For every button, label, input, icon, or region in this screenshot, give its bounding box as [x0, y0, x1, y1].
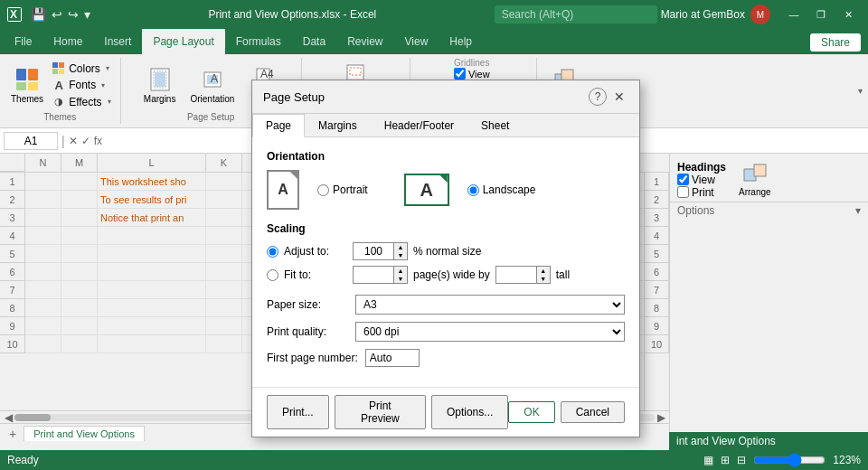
adjust-value-spin: 100 ▲ ▼: [353, 242, 408, 260]
dialog-help-button[interactable]: ?: [589, 88, 607, 106]
dialog-bottom-buttons: Print... Print Preview Options... OK Can…: [252, 387, 639, 437]
print-quality-select[interactable]: 600 dpi: [355, 322, 625, 342]
print-quality-row: Print quality: 600 dpi: [267, 322, 625, 342]
print-quality-label: Print quality:: [267, 325, 348, 338]
portrait-icon: A: [267, 170, 299, 210]
portrait-option[interactable]: A: [267, 170, 299, 210]
fit-unit1-label: page(s) wide by: [413, 268, 490, 281]
portrait-label: Portrait: [333, 183, 368, 196]
adjust-up-button[interactable]: ▲: [394, 243, 407, 251]
first-page-input[interactable]: Auto: [365, 349, 420, 367]
fit-unit2-label: tall: [556, 268, 570, 281]
app-wrapper: X 💾 ↩ ↪ ▾ Print and View Options.xlsx - …: [0, 0, 868, 470]
paper-size-label: Paper size:: [267, 298, 348, 311]
fit-wide-down[interactable]: ▼: [394, 275, 407, 283]
fit-tall-down[interactable]: ▼: [537, 275, 550, 283]
landscape-label: Landscape: [483, 183, 536, 196]
dialog-tab-header-footer[interactable]: Header/Footer: [371, 114, 467, 137]
fit-to-label: Fit to:: [284, 268, 347, 281]
fit-tall-up[interactable]: ▲: [537, 267, 550, 275]
fit-tall-input[interactable]: [495, 266, 536, 284]
fit-wide-input[interactable]: [353, 266, 393, 284]
page-setup-dialog: Page Setup ? ✕ Page Margins Header/Foote…: [251, 80, 640, 437]
dialog-tab-page[interactable]: Page: [252, 114, 305, 137]
adjust-down-button[interactable]: ▼: [394, 251, 407, 259]
scaling-title: Scaling: [267, 222, 625, 235]
landscape-radio[interactable]: [467, 184, 479, 196]
dialog-title: Page Setup: [263, 90, 589, 104]
portrait-a: A: [278, 182, 288, 198]
landscape-corner: [440, 175, 448, 183]
orientation-section-title: Orientation: [267, 150, 625, 163]
dialog-left-buttons: Print... Print Preview Options...: [267, 395, 508, 429]
landscape-icon: A: [404, 174, 449, 206]
dialog-close-button[interactable]: ✕: [610, 88, 628, 106]
landscape-option[interactable]: A: [404, 174, 449, 206]
portrait-radio[interactable]: [317, 184, 329, 196]
first-page-label: First page number:: [267, 352, 358, 364]
cancel-button[interactable]: Cancel: [561, 401, 625, 423]
scaling-section: Scaling Adjust to: 100 ▲ ▼ % normal size: [267, 222, 625, 284]
adjust-to-radio[interactable]: [267, 246, 278, 258]
paper-size-select[interactable]: A3: [355, 295, 625, 315]
fit-wide-spin: ▲ ▼: [353, 266, 408, 284]
fit-wide-spin-btns: ▲ ▼: [393, 266, 408, 284]
adjust-to-label: Adjust to:: [284, 245, 347, 258]
ok-button[interactable]: OK: [508, 401, 554, 423]
dialog-body: Orientation A Portrait: [252, 137, 639, 387]
dialog-tab-sheet[interactable]: Sheet: [467, 114, 523, 137]
print-preview-button[interactable]: Print Preview: [335, 395, 426, 429]
fit-wide-up[interactable]: ▲: [394, 267, 407, 275]
first-page-row: First page number: Auto: [267, 349, 625, 367]
paper-size-row: Paper size: A3: [267, 295, 625, 315]
fit-to-radio[interactable]: [267, 269, 278, 281]
orientation-row: A Portrait A Lan: [267, 170, 625, 210]
dialog-tabs: Page Margins Header/Footer Sheet: [252, 114, 639, 137]
print-button[interactable]: Print...: [267, 395, 329, 429]
adjust-to-row: Adjust to: 100 ▲ ▼ % normal size: [267, 242, 625, 260]
adjust-value-input[interactable]: 100: [353, 242, 393, 260]
dialog-tab-margins[interactable]: Margins: [305, 114, 371, 137]
dialog-right-buttons: OK Cancel: [508, 401, 625, 423]
fit-tall-spin-btns: ▲ ▼: [536, 266, 551, 284]
dialog-titlebar: Page Setup ? ✕: [252, 80, 639, 114]
portrait-corner: [290, 172, 297, 179]
landscape-radio-label[interactable]: Landscape: [467, 183, 536, 196]
landscape-a: A: [420, 180, 432, 201]
adjust-spin-buttons: ▲ ▼: [393, 242, 408, 260]
fit-to-row: Fit to: ▲ ▼ page(s) wide by: [267, 266, 625, 284]
fit-tall-spin: ▲ ▼: [495, 266, 551, 284]
adjust-unit-label: % normal size: [413, 245, 481, 258]
options-button[interactable]: Options...: [431, 395, 508, 429]
portrait-radio-label[interactable]: Portrait: [317, 183, 368, 196]
dialog-overlay: Page Setup ? ✕ Page Margins Header/Foote…: [0, 0, 868, 470]
